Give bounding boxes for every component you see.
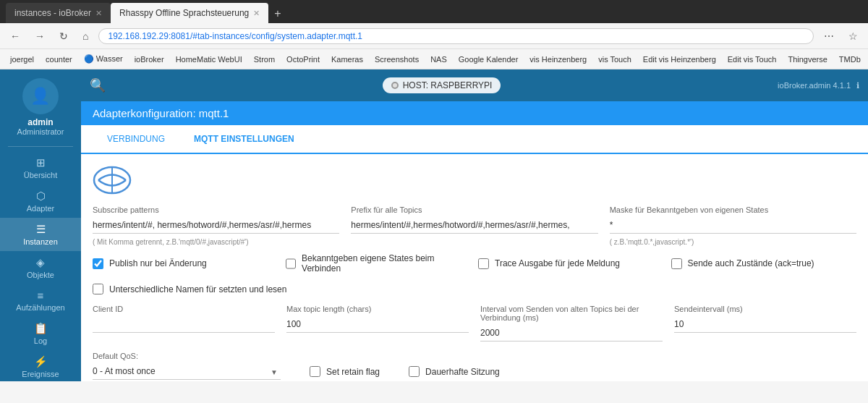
main-area: 🔍 HOST: RASPBERRYPI ioBroker.admin 4.1.1… [81,69,868,381]
sendeintervall-input[interactable] [674,316,856,333]
home-button[interactable]: ⌂ [78,27,93,45]
sende-checkbox[interactable] [671,258,682,269]
extensions-button[interactable]: ⋯ [820,27,838,45]
prefix-input[interactable] [351,217,597,234]
bookmark-octoprint[interactable]: OctoPrint [282,54,324,65]
publish-nur-checkbox[interactable] [93,258,103,269]
bookmark-vis-t[interactable]: vis Touch [594,54,636,65]
app: 👤 admin Administrator ⊞ Übersicht ⬡ Adap… [0,69,868,381]
tab-2-label: Rhasspy Offline Sprachsteuerung [119,8,249,18]
browser-tab-bar: instances - ioBroker ✕ Rhasspy Offline S… [0,0,868,23]
set-retain-label: Set retain flag [326,367,380,377]
unterschiedliche-checkbox[interactable] [93,284,103,294]
maske-label: Maske für Bekanntgeben von eigenen State… [610,205,856,214]
sidebar-item-objekte[interactable]: ◈ Objekte [0,251,81,284]
tab-mqtt-einstellungen[interactable]: MQTT EINSTELLUNGEN [179,125,309,154]
tab-mqtt-label: MQTT EINSTELLUNGEN [194,134,294,144]
bookmark-strom[interactable]: Strom [250,54,279,65]
subscribe-patterns-group: Subscribe patterns document.querySelecto… [93,205,339,234]
bookmark-wasser[interactable]: 🔵 Wasser [80,53,127,65]
maske-hint: ( z.B.'mqtt.0.*,javascript.*') [610,238,856,246]
content-area: Subscribe patterns document.querySelecto… [81,154,868,381]
maske-input[interactable] [610,217,856,234]
subscribe-patterns-label: Subscribe patterns [93,205,339,214]
version-label: ioBroker.admin 4.1.1 [778,81,851,90]
bookmark-edit-vis[interactable]: Edit vis Heinzenberg [639,54,720,65]
tab-verbindung[interactable]: VERBINDUNG [93,125,179,154]
trace-checkbox[interactable] [478,258,489,269]
bookmark-vis-h[interactable]: vis Heinzenberg [525,54,591,65]
bookmark-kameras[interactable]: Kameras [327,54,367,65]
sidebar-uebersicht-label: Übersicht [24,171,57,179]
max-topic-input[interactable] [286,316,469,333]
bookmark-google[interactable]: Google Kalender [454,54,523,65]
sendeintervall-group: Sendeintervall (ms) [674,305,856,342]
bekanntgeben-label: Bekanntgeben eigene States beim Verbinde… [302,253,471,273]
host-chip[interactable]: HOST: RASPBERRYPI [383,77,501,93]
sidebar-item-uebersicht[interactable]: ⊞ Übersicht [0,151,81,184]
qos-row: Default QoS: 0 - At most once 1 - At lea… [93,352,856,380]
sidebar-aufzaehlungen-label: Aufzählungen [16,303,64,312]
reload-button[interactable]: ↻ [55,27,72,45]
prefix-label: Prefix für alle Topics [351,205,597,214]
set-retain-item: Set retain flag [310,366,380,380]
set-retain-checkbox[interactable] [310,366,320,377]
trace-item: Trace Ausgabe für jede Meldung [478,253,664,273]
bookmark-counter[interactable]: counter [41,54,77,65]
bookmark-edit-vis-t[interactable]: Edit vis Touch [723,54,781,65]
address-bar[interactable]: 192.168.192.29:8081/#tab-instances/confi… [98,28,814,44]
tab-2[interactable]: Rhasspy Offline Sprachsteuerung ✕ [111,3,268,23]
bookmark-button[interactable]: ☆ [844,27,862,45]
sidebar-item-aufzaehlungen[interactable]: ≡ Aufzählungen [0,284,81,317]
sende-label: Sende auch Zustände (ack=true) [688,258,814,268]
interval-label: Interval vom Senden von alten Topics bei… [480,305,663,322]
back-button[interactable]: ← [6,27,25,45]
bookmark-screenshots[interactable]: Screenshots [370,54,423,65]
bookmark-nas[interactable]: NAS [426,54,451,65]
sendeintervall-label: Sendeintervall (ms) [674,305,856,313]
publish-nur-item: Publish nur bei Änderung [93,253,278,273]
host-status-dot [391,82,399,89]
unterschiedliche-item: Unterschiedliche Namen für setzten und l… [93,284,856,294]
aufzaehlungen-icon: ≡ [38,289,44,302]
interval-input[interactable] [480,325,663,342]
address-text: 192.168.192.29:8081/#tab-instances/confi… [108,31,362,41]
app-topbar: 🔍 HOST: RASPBERRYPI ioBroker.admin 4.1.1… [81,69,868,101]
tab-2-close[interactable]: ✕ [253,9,260,18]
form-content: Subscribe patterns document.querySelecto… [81,154,868,381]
bookmark-homemat[interactable]: HomeMatic WebUI [171,54,247,65]
bookmarks-bar: joergel counter 🔵 Wasser ioBroker HomeMa… [0,49,868,69]
bookmark-iobroker[interactable]: ioBroker [130,54,169,65]
prefix-hint [351,238,597,246]
info-icon[interactable]: ℹ [856,81,859,90]
sidebar-item-instanzen[interactable]: ☰ Instanzen [0,218,81,251]
subscribe-patterns-input[interactable] [93,217,339,234]
forward-button[interactable]: → [30,27,49,45]
tab-1[interactable]: instances - ioBroker ✕ [6,3,111,23]
sidebar: 👤 admin Administrator ⊞ Übersicht ⬡ Adap… [0,69,81,381]
bookmark-tmdb[interactable]: TMDb [835,54,865,65]
topbar-right: ioBroker.admin 4.1.1 ℹ [778,81,859,90]
dauerhafte-label: Dauerhafte Sitzung [425,367,500,377]
sidebar-instanzen-label: Instanzen [23,237,58,246]
search-button[interactable]: 🔍 [90,77,106,93]
tab-1-close[interactable]: ✕ [95,9,102,18]
dauerhafte-checkbox[interactable] [409,366,420,377]
client-id-input[interactable] [93,316,275,333]
bookmark-thingverse[interactable]: Thingverse [783,54,831,65]
page-title: Adapterkonfiguration: mqtt.1 [93,107,856,119]
bekanntgeben-checkbox[interactable] [286,258,297,269]
bookmark-joergel[interactable]: joergel [6,54,38,65]
maske-group: Maske für Bekanntgeben von eigenen State… [610,205,856,234]
sidebar-adapter-label: Adapter [27,204,55,213]
sidebar-item-ereignisse[interactable]: ⚡ Ereignisse [0,350,81,381]
ereignisse-icon: ⚡ [34,355,48,368]
trace-label: Trace Ausgabe für jede Meldung [495,258,620,268]
new-tab-button[interactable]: + [268,4,286,23]
sidebar-item-log[interactable]: 📋 Log [0,317,81,350]
interval-group: Interval vom Senden von alten Topics bei… [480,305,663,342]
sidebar-item-adapter[interactable]: ⬡ Adapter [0,184,81,218]
client-id-label: Client ID [93,305,275,313]
default-qos-label: Default QoS: [93,352,281,360]
default-qos-select[interactable]: 0 - At most once 1 - At least once 2 - E… [93,363,281,380]
